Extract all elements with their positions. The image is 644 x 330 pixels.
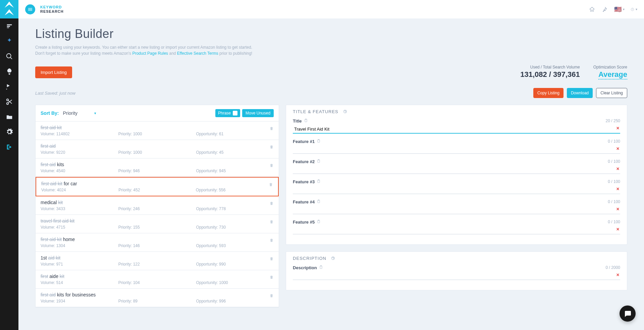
keyword-row[interactable]: 1st aid kitVolume: 971Priority: 122Oppor… — [36, 252, 279, 270]
svg-rect-6 — [318, 140, 320, 142]
clipboard-icon[interactable] — [317, 139, 321, 144]
keyword-row[interactable]: first aid kit homeVolume: 1304Priority: … — [36, 233, 279, 252]
sidebar-item-folder[interactable] — [0, 109, 18, 124]
keyword-opportunity: Opportunity: 778 — [196, 206, 274, 211]
gear-icon[interactable] — [330, 256, 335, 261]
import-listing-button[interactable]: Import Listing — [35, 66, 72, 78]
keyword-list: first aid kitVolume: 114802Priority: 100… — [36, 122, 279, 307]
keyword-priority: Priority: 104 — [118, 280, 196, 285]
trash-icon[interactable] — [269, 126, 274, 132]
title-input[interactable] — [293, 125, 620, 134]
trash-icon[interactable] — [269, 293, 274, 299]
keyword-priority: Priority: 89 — [118, 299, 196, 303]
sort-by-label: Sort By: — [41, 110, 59, 116]
clear-feature-icon[interactable]: ✕ — [616, 207, 620, 211]
clear-title-icon[interactable]: ✕ — [616, 126, 620, 131]
title-label: Title — [293, 119, 302, 124]
keyword-volume: Volume: 3433 — [41, 206, 118, 211]
keyword-row[interactable]: first aid kitVolume: 114802Priority: 100… — [36, 122, 279, 140]
chevron-down-icon: ▾ — [636, 7, 637, 11]
clipboard-icon[interactable] — [317, 159, 321, 164]
trash-icon[interactable] — [269, 256, 274, 262]
sidebar-item-search[interactable] — [0, 49, 18, 64]
svg-rect-9 — [318, 159, 319, 160]
keyword-volume: Volume: 514 — [41, 280, 118, 285]
trash-icon[interactable] — [269, 238, 274, 243]
keyword-opportunity: Opportunity: 1000 — [196, 280, 274, 285]
phrase-toggle[interactable]: Phrase — [215, 109, 240, 117]
menu-button[interactable] — [25, 4, 35, 14]
keyword-volume: Volume: 1934 — [41, 299, 118, 303]
description-input[interactable] — [293, 272, 620, 280]
download-button[interactable]: Download — [567, 88, 593, 98]
sidebar-item-2[interactable] — [0, 34, 18, 49]
last-saved: Last Saved: just now — [35, 91, 75, 96]
svg-rect-16 — [320, 266, 322, 269]
feature-count: 0 / 100 — [608, 220, 620, 224]
keyword-row[interactable]: medical kitVolume: 3433Priority: 246Oppo… — [36, 196, 279, 215]
clipboard-icon[interactable] — [319, 265, 323, 270]
keyword-row[interactable]: first aid kitsVolume: 4540Priority: 946O… — [36, 158, 279, 177]
trash-icon[interactable] — [269, 220, 274, 225]
feature-label: Feature #1 — [293, 139, 315, 144]
feature-label: Feature #3 — [293, 179, 315, 184]
clipboard-icon[interactable] — [317, 179, 321, 184]
menu-icon — [28, 7, 33, 12]
trash-icon[interactable] — [269, 201, 274, 206]
clear-feature-icon[interactable]: ✕ — [616, 227, 620, 232]
sort-select[interactable]: Priority ▾ — [63, 110, 96, 116]
clear-feature-icon[interactable]: ✕ — [616, 167, 620, 171]
keyword-row[interactable]: travel first aid kitVolume: 4715Priority… — [36, 215, 279, 233]
sidebar-item-settings[interactable] — [0, 124, 18, 139]
keyword-volume: Volume: 4024 — [41, 188, 118, 192]
keyword-phrase: first aid kits for businesses — [41, 292, 274, 297]
clipboard-icon[interactable] — [304, 118, 308, 124]
trash-icon[interactable] — [269, 163, 274, 169]
trash-icon[interactable] — [269, 275, 274, 280]
keyword-row[interactable]: first aid kits for businessesVolume: 193… — [36, 289, 279, 307]
clipboard-icon[interactable] — [317, 219, 321, 225]
clear-listing-button[interactable]: Clear Listing — [596, 88, 627, 98]
feature-input[interactable] — [293, 226, 620, 234]
copy-listing-button[interactable]: Copy Listing — [533, 88, 564, 98]
feature-label: Feature #5 — [293, 220, 315, 225]
sidebar-item-exit[interactable] — [0, 139, 18, 154]
keyword-opportunity: Opportunity: 61 — [196, 132, 274, 136]
metric-volume: Used / Total Search Volume 131,082 / 397… — [520, 65, 580, 80]
feature-input[interactable] — [293, 206, 620, 214]
brand-bottom: RESEARCH — [40, 9, 64, 13]
product-rules-link[interactable]: Product Page Rules — [132, 51, 168, 56]
feature-input[interactable] — [293, 146, 620, 154]
clear-feature-icon[interactable]: ✕ — [616, 187, 620, 191]
feature-input[interactable] — [293, 186, 620, 194]
locale-selector[interactable]: 🇺🇸▾ — [614, 6, 625, 13]
home-icon[interactable] — [589, 6, 595, 13]
trash-icon[interactable] — [269, 145, 274, 150]
clipboard-icon[interactable] — [317, 199, 321, 204]
description-header: DESCRIPTION — [293, 256, 326, 261]
clear-description-icon[interactable]: ✕ — [616, 273, 620, 277]
feature-count: 0 / 100 — [608, 179, 620, 184]
svg-rect-4 — [305, 119, 307, 122]
title-features-header: TITLE & FEATURES — [293, 109, 338, 114]
move-unused-button[interactable]: Move Unused — [242, 109, 274, 117]
sidebar-item-1[interactable] — [0, 18, 18, 34]
keyword-row[interactable]: first aidVolume: 9220Priority: 1000Oppor… — [36, 140, 279, 158]
keyword-opportunity: Opportunity: 730 — [196, 225, 274, 230]
feature-input[interactable] — [293, 166, 620, 174]
search-terms-link[interactable]: Effective Search Terms — [177, 51, 218, 56]
sidebar-item-rocket[interactable] — [0, 64, 18, 79]
clear-feature-icon[interactable]: ✕ — [616, 146, 620, 151]
feature-count: 0 / 100 — [608, 199, 620, 204]
trash-icon[interactable] — [269, 182, 273, 188]
title-features-panel: TITLE & FEATURES Title 20 / 250 ✕ — [286, 105, 627, 245]
gear-icon[interactable] — [342, 109, 347, 114]
sidebar-item-flag[interactable] — [0, 79, 18, 94]
keyword-row[interactable]: first aide kitVolume: 514Priority: 104Op… — [36, 270, 279, 289]
help-icon[interactable]: ?▾ — [631, 6, 637, 13]
sidebar-item-scissors[interactable] — [0, 94, 18, 109]
keyword-row[interactable]: first aid kit for carVolume: 4024Priorit… — [36, 177, 279, 196]
pin-icon[interactable] — [601, 6, 608, 13]
logo[interactable] — [0, 0, 18, 18]
keyword-volume: Volume: 114802 — [41, 132, 118, 136]
